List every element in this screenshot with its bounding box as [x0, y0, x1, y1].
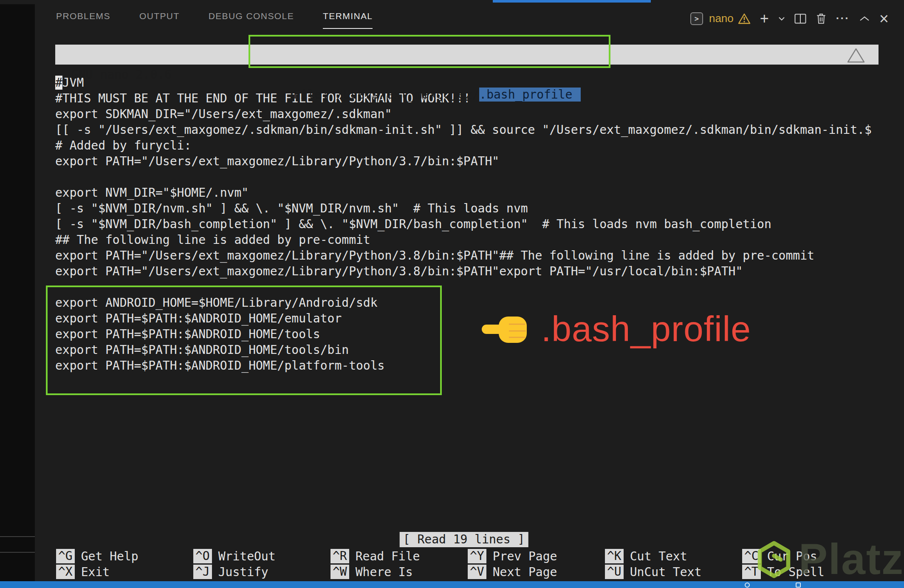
editor-focus-border	[493, 0, 651, 3]
shortcut-label: To Spell	[767, 565, 825, 579]
close-panel-button[interactable]: ×	[879, 12, 889, 25]
panel-tabs: PROBLEMSOUTPUTDEBUG CONSOLETERMINAL	[56, 11, 373, 29]
terminal-icon: >	[690, 12, 703, 25]
shortcut-key: ^J	[193, 565, 212, 579]
status-bar-icon[interactable]	[796, 582, 801, 588]
annotation-text: .bash_profile	[541, 308, 751, 350]
kill-terminal-icon[interactable]	[816, 13, 827, 25]
shortcut-cut-text: ^KCut Text	[605, 548, 742, 564]
editor-line: ## The following line is added by pre-co…	[55, 232, 888, 248]
shortcut-key: ^K	[605, 549, 624, 563]
editor-line: [ -s "$NVM_DIR/bash_completion" ] && \. …	[55, 216, 888, 232]
annotation-callout: .bash_profile	[481, 308, 751, 350]
shortcuts-row1: ^GGet Help^OWriteOut^RRead File^YPrev Pa…	[56, 548, 889, 564]
triangle-indicator-icon	[847, 48, 865, 64]
shortcut-label: Cut Text	[630, 549, 687, 563]
editor-line	[55, 279, 888, 295]
left-sidebar-strip	[0, 0, 35, 581]
shortcut-key: ^U	[605, 565, 624, 579]
nano-version: GNU nano 2.0.6	[71, 65, 172, 85]
shortcut-cur-pos: ^CCur Pos	[742, 548, 879, 564]
shortcut-read-file: ^RRead File	[331, 548, 468, 564]
shortcut-label: Get Help	[81, 549, 138, 563]
more-actions-button[interactable]: ···	[836, 12, 850, 25]
shortcut-key: ^G	[56, 549, 75, 563]
editor-line: export SDKMAN_DIR="/Users/ext_maxgomez/.…	[55, 106, 888, 122]
shortcut-key: ^C	[742, 549, 761, 563]
editor-content[interactable]: #JVM#THIS MUST BE AT THE END OF THE FILE…	[55, 75, 888, 373]
editor-line: export PATH="/Users/ext_maxgomez/Library…	[55, 153, 888, 169]
editor-line: export ANDROID_HOME=$HOME/Library/Androi…	[55, 295, 888, 311]
shortcut-where-is: ^WWhere Is	[331, 564, 468, 580]
split-terminal-icon[interactable]	[794, 14, 806, 24]
shortcut-key: ^W	[331, 565, 349, 579]
editor-line: export PATH="/Users/ext_maxgomez/Library…	[55, 263, 888, 279]
shortcut-key: ^X	[56, 565, 75, 579]
terminal-process-label: nano	[709, 12, 734, 25]
editor-line: export PATH=$PATH:$ANDROID_HOME/emulator	[55, 311, 888, 326]
tab-problems[interactable]: PROBLEMS	[56, 11, 110, 29]
shortcut-key: ^R	[331, 549, 349, 563]
shortcut-key: ^V	[468, 565, 486, 579]
maximize-panel-button[interactable]	[859, 15, 870, 22]
shortcuts-row2: ^XExit^JJustify^WWhere Is^VNext Page^UUn…	[56, 564, 889, 580]
nano-status-message: [ Read 19 lines ]	[400, 532, 528, 547]
shortcut-exit: ^XExit	[56, 564, 193, 580]
editor-line	[55, 169, 888, 185]
status-bar	[0, 581, 904, 588]
tab-terminal[interactable]: TERMINAL	[323, 11, 373, 29]
shortcut-label: UnCut Text	[630, 565, 702, 579]
sidebar-divider	[0, 536, 35, 537]
terminal-profile[interactable]: > nano	[690, 12, 751, 25]
pointing-hand-icon	[481, 313, 528, 345]
shortcut-key: ^Y	[468, 549, 486, 563]
editor-line: export NVM_DIR="$HOME/.nvm"	[55, 185, 888, 201]
editor-line: export PATH="/Users/ext_maxgomez/Library…	[55, 248, 888, 263]
shortcut-label: Justify	[218, 565, 268, 579]
status-bar-icon[interactable]	[745, 582, 750, 588]
warning-icon	[738, 13, 751, 24]
shortcut-label: WriteOut	[218, 549, 276, 563]
nano-titlebar: GNU nano 2.0.6 File: /Users/ext_maxgomez…	[55, 45, 879, 65]
shortcut-justify: ^JJustify	[193, 564, 331, 580]
shortcut-writeout: ^OWriteOut	[193, 548, 331, 564]
editor-line: [ -s "$NVM_DIR/nvm.sh" ] && \. "$NVM_DIR…	[55, 201, 888, 216]
file-path: File: /Users/ext_maxgomez/.bash_profile	[293, 85, 581, 105]
editor-line: export PATH=$PATH:$ANDROID_HOME/tools/bi…	[55, 342, 888, 358]
file-name-selected: .bash_profile	[479, 88, 581, 102]
top-border	[0, 0, 904, 4]
screen: { "colors": { "annotation_green": "#77d2…	[0, 0, 904, 588]
shortcut-key: ^O	[193, 549, 212, 563]
tab-debug-console[interactable]: DEBUG CONSOLE	[209, 11, 294, 29]
shortcut-key: ^T	[742, 565, 761, 579]
shortcut-label: Next Page	[493, 565, 557, 579]
shortcut-uncut-text: ^UUnCut Text	[605, 564, 742, 580]
panel-actions: > nano + ··· ×	[690, 12, 889, 25]
editor-line: # Added by furycli:	[55, 138, 888, 153]
shortcut-get-help: ^GGet Help	[56, 548, 193, 564]
editor-line: [[ -s "/Users/ext_maxgomez/.sdkman/bin/s…	[55, 122, 888, 138]
shortcut-prev-page: ^YPrev Page	[468, 548, 605, 564]
shortcut-next-page: ^VNext Page	[468, 564, 605, 580]
shortcut-label: Cur Pos	[767, 549, 817, 563]
shortcut-label: Exit	[81, 565, 110, 579]
shortcut-label: Where Is	[356, 565, 413, 579]
editor-line: export PATH=$PATH:$ANDROID_HOME/platform…	[55, 358, 888, 373]
shortcut-label: Prev Page	[493, 549, 557, 563]
shortcut-label: Read File	[356, 549, 420, 563]
tab-output[interactable]: OUTPUT	[139, 11, 180, 29]
new-terminal-button[interactable]: +	[760, 12, 769, 25]
shortcut-to-spell: ^TTo Spell	[742, 564, 879, 580]
sidebar-divider	[0, 552, 35, 553]
chevron-down-icon[interactable]	[778, 17, 785, 21]
editor-line: export PATH=$PATH:$ANDROID_HOME/tools	[55, 326, 888, 342]
